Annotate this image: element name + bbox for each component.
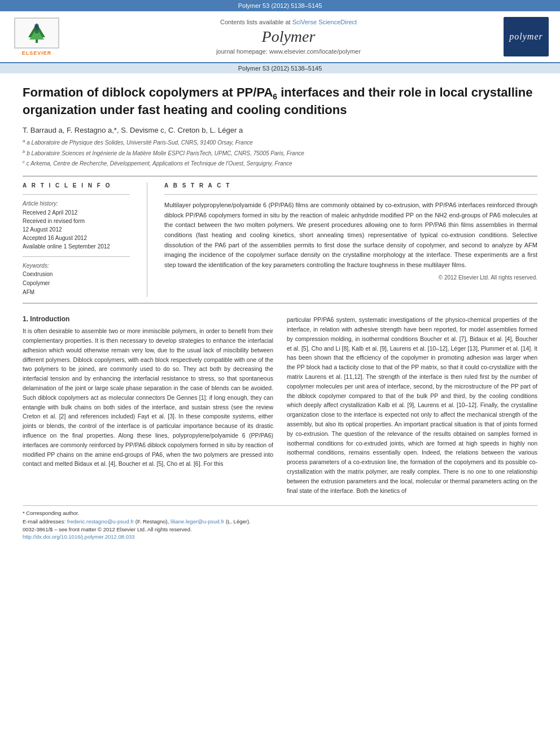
thick-divider-2 <box>23 303 537 304</box>
thick-divider-1 <box>23 176 537 177</box>
abstract-text: Multilayer polypropylene/polyamide 6 (PP… <box>164 200 537 270</box>
email2-link[interactable]: liliane.leger@u-psud.fr <box>170 518 224 525</box>
received-date: Received 2 April 2012 Received in revise… <box>23 208 130 251</box>
keyword-3: AFM <box>23 288 130 297</box>
doi-link[interactable]: http://dx.doi.org/10.1016/j.polymer.2012… <box>23 534 135 540</box>
email1-link[interactable]: frederic.restagno@u-psud.fr <box>67 518 134 525</box>
elsevier-logo: ELSEVIER <box>11 18 62 56</box>
copyright-line: © 2012 Elsevier Ltd. All rights reserved… <box>164 274 537 281</box>
affil-b: b b Laboratoire Sciences et Ingénierie d… <box>23 148 537 158</box>
journal-homepage: journal homepage: www.elsevier.com/locat… <box>73 48 504 55</box>
page: Polymer 53 (2012) 5138–5145 ELSE <box>0 0 560 747</box>
polymer-logo-right: polymer <box>504 17 549 56</box>
main-content: Formation of diblock copolymers at PP/PA… <box>0 73 560 551</box>
email-addresses: E-mail addresses: frederic.restagno@u-ps… <box>23 518 537 526</box>
elsevier-logo-box <box>14 18 59 49</box>
article-title: Formation of diblock copolymers at PP/PA… <box>23 85 537 118</box>
doi-line: http://dx.doi.org/10.1016/j.polymer.2012… <box>23 534 537 540</box>
sciverse-link[interactable]: SciVerse ScienceDirect <box>292 19 357 25</box>
history-label: Article history: <box>23 200 130 207</box>
affiliations: a a Laboratoire de Physique des Solides,… <box>23 138 537 168</box>
keyword-1: Coextrusion <box>23 270 130 279</box>
journal-header: ELSEVIER Contents lists available at Sci… <box>0 11 560 63</box>
main-article-columns: 1. Introduction It is often desirable to… <box>23 315 537 500</box>
svg-point-4 <box>34 24 39 28</box>
keywords-label: Keywords: <box>23 263 130 269</box>
svg-rect-5 <box>35 28 38 33</box>
elsevier-label: ELSEVIER <box>22 50 52 56</box>
top-bar: Polymer 53 (2012) 5138–5145 <box>0 0 560 11</box>
journal-center: Contents lists available at SciVerse Sci… <box>73 19 504 55</box>
article-info-col: A R T I C L E I N F O Article history: R… <box>23 182 130 297</box>
journal-title: Polymer <box>73 28 504 46</box>
info-divider-2 <box>23 256 130 257</box>
journal-citation: Polymer 53 (2012) 5138–5145 <box>238 2 322 9</box>
article-citation: Polymer 53 (2012) 5138–5145 <box>238 65 322 72</box>
article-header-strip: Polymer 53 (2012) 5138–5145 <box>0 63 560 73</box>
info-divider-1 <box>23 194 130 195</box>
right-paragraph-1: particular PP/PA6 system, systematic inv… <box>287 315 537 495</box>
affil-a: a a Laboratoire de Physique des Solides,… <box>23 138 537 147</box>
article-left-col: 1. Introduction It is often desirable to… <box>23 315 273 500</box>
footnote-area: * Corresponding author. E-mail addresses… <box>23 505 537 540</box>
vertical-divider <box>147 182 147 297</box>
intro-section-title: 1. Introduction <box>23 315 273 323</box>
abstract-divider <box>164 194 537 195</box>
affil-c: c c Arkema, Centre de Recherche, Dévelop… <box>23 159 537 168</box>
issn-line: 0032-3861/$ – see front matter © 2012 El… <box>23 526 537 534</box>
corresponding-author: * Corresponding author. <box>23 509 537 517</box>
elsevier-tree-icon <box>17 20 56 46</box>
keyword-2: Copolymer <box>23 279 130 288</box>
abstract-heading: A B S T R A C T <box>164 182 537 189</box>
abstract-col: A B S T R A C T Multilayer polypropylene… <box>164 182 537 297</box>
article-body-columns: A R T I C L E I N F O Article history: R… <box>23 182 537 297</box>
article-info-heading: A R T I C L E I N F O <box>23 182 130 189</box>
contents-line: Contents lists available at SciVerse Sci… <box>73 19 504 25</box>
authors-line: T. Barraud a, F. Restagno a,*, S. Devism… <box>23 126 537 134</box>
article-right-col: particular PP/PA6 system, systematic inv… <box>287 315 537 500</box>
intro-paragraph-1: It is often desirable to assemble two or… <box>23 326 273 469</box>
